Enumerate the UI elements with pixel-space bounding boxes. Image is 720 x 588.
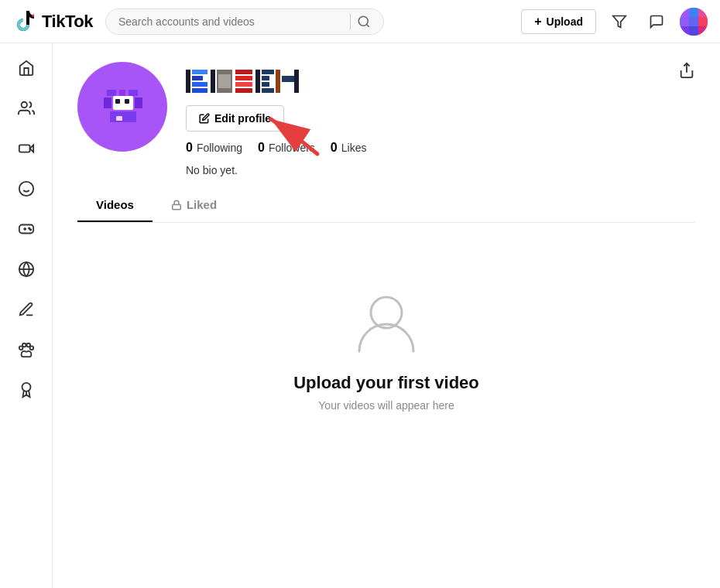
svg-rect-45	[192, 88, 207, 93]
avatar-icon	[680, 8, 708, 36]
profile-avatar	[77, 62, 167, 152]
sidebar-item-globe[interactable]	[8, 251, 45, 288]
likes-label: Likes	[341, 142, 367, 154]
tab-liked[interactable]: Liked	[153, 189, 235, 222]
svg-rect-33	[129, 90, 138, 96]
upload-label: Upload	[547, 15, 583, 28]
sidebar-item-friends[interactable]	[8, 90, 45, 127]
svg-point-26	[26, 344, 30, 347]
empty-state: Upload your first video Your videos will…	[77, 241, 695, 458]
filter-button[interactable]	[605, 8, 633, 36]
svg-rect-34	[104, 97, 111, 108]
friends-icon	[18, 100, 35, 117]
upload-button[interactable]: + Upload	[521, 9, 596, 34]
followers-count: 0	[258, 141, 265, 155]
svg-point-20	[28, 227, 29, 228]
trophy-icon	[18, 381, 35, 398]
svg-rect-8	[680, 26, 689, 36]
svg-point-25	[22, 344, 26, 347]
svg-rect-58	[276, 70, 280, 93]
edit-profile-label: Edit profile	[214, 112, 271, 125]
edit-icon	[199, 113, 210, 124]
lock-icon	[171, 200, 182, 210]
svg-rect-12	[19, 145, 29, 152]
svg-rect-59	[282, 76, 294, 82]
svg-rect-39	[110, 111, 136, 122]
emoji-icon	[18, 180, 35, 197]
sidebar-item-trophy[interactable]	[8, 371, 45, 409]
sidebar-item-game[interactable]	[8, 210, 45, 248]
share-button[interactable]	[678, 62, 695, 83]
tab-liked-label: Liked	[187, 198, 217, 211]
search-icon	[357, 15, 371, 29]
tab-videos[interactable]: Videos	[77, 189, 153, 222]
pets-icon	[18, 341, 35, 358]
svg-rect-54	[262, 70, 274, 74]
svg-rect-46	[211, 70, 215, 93]
followers-stat[interactable]: 0 Followers	[258, 141, 315, 155]
edit-profile-button[interactable]: Edit profile	[186, 105, 284, 132]
plus-icon: +	[534, 15, 541, 29]
svg-rect-2	[680, 8, 689, 17]
svg-rect-55	[262, 76, 269, 80]
svg-rect-48	[218, 74, 231, 88]
search-bar[interactable]	[105, 9, 384, 35]
svg-rect-53	[255, 70, 260, 93]
bio-text: No bio yet.	[186, 164, 695, 176]
messages-button[interactable]	[643, 8, 670, 36]
logo[interactable]: TikTok	[12, 9, 93, 34]
svg-rect-51	[235, 82, 252, 87]
svg-rect-7	[698, 17, 708, 26]
filter-icon	[612, 14, 627, 29]
svg-point-28	[22, 383, 30, 391]
svg-rect-31	[107, 90, 116, 96]
sidebar-item-draw[interactable]	[8, 291, 45, 328]
home-icon	[18, 60, 35, 77]
svg-rect-56	[262, 82, 269, 87]
likes-stat[interactable]: 0 Likes	[331, 141, 367, 155]
svg-rect-4	[698, 8, 708, 17]
logo-text: TikTok	[42, 12, 93, 32]
svg-rect-37	[125, 99, 129, 104]
following-stat[interactable]: 0 Following	[186, 141, 242, 155]
svg-rect-44	[192, 82, 207, 87]
main-content: Edit profile 0 Following 0 Followers 0 L…	[53, 43, 720, 588]
svg-rect-32	[119, 90, 125, 96]
username-image	[186, 68, 341, 96]
sidebar-item-home[interactable]	[8, 50, 45, 87]
search-input[interactable]	[118, 15, 344, 28]
empty-person-icon	[351, 288, 421, 361]
search-button[interactable]	[357, 15, 371, 29]
svg-rect-9	[689, 26, 698, 36]
tabs: Videos Liked	[77, 189, 695, 223]
svg-point-14	[19, 182, 33, 196]
tiktok-logo-icon	[12, 9, 37, 34]
profile-avatar-image	[84, 68, 161, 145]
svg-rect-57	[262, 88, 274, 93]
svg-rect-38	[135, 97, 142, 108]
following-label: Following	[197, 142, 242, 154]
sidebar-item-videos[interactable]	[8, 130, 45, 167]
svg-point-24	[19, 346, 22, 350]
svg-point-21	[29, 229, 30, 230]
tab-videos-label: Videos	[96, 198, 134, 211]
svg-rect-52	[235, 88, 252, 93]
svg-point-0	[358, 16, 368, 26]
video-icon	[18, 140, 35, 157]
svg-rect-10	[698, 26, 708, 36]
sidebar	[0, 43, 53, 588]
username-graphic	[186, 68, 695, 96]
game-icon	[18, 220, 35, 238]
svg-rect-6	[689, 17, 698, 26]
svg-rect-63	[173, 204, 181, 209]
user-avatar[interactable]	[680, 8, 708, 36]
globe-icon	[18, 261, 35, 278]
sidebar-item-pets[interactable]	[8, 331, 45, 368]
svg-rect-50	[235, 76, 252, 80]
share-icon	[678, 62, 695, 79]
svg-rect-36	[115, 99, 120, 104]
svg-point-11	[21, 102, 26, 108]
sidebar-item-emoji[interactable]	[8, 170, 45, 207]
empty-subtitle: Your videos will appear here	[318, 399, 454, 412]
header: TikTok + Upload	[0, 0, 720, 43]
